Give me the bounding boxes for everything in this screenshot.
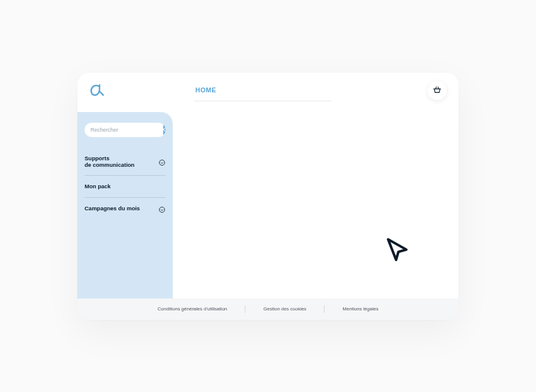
svg-point-1: [160, 207, 165, 212]
chevron-down-icon: [158, 205, 166, 212]
sidebar-item-monpack[interactable]: Mon pack: [85, 176, 166, 197]
tab-home[interactable]: HOME: [195, 86, 216, 97]
svg-point-0: [160, 160, 165, 165]
cursor-icon: [384, 236, 411, 266]
footer-link-terms[interactable]: Conditions générales d'utilisation: [158, 306, 228, 312]
header: HOME: [77, 73, 459, 106]
chevron-down-icon: [158, 158, 166, 165]
app-window: HOME OK Supports: [77, 73, 459, 320]
main-content: [173, 106, 459, 298]
sidebar-item-supports[interactable]: Supports de communication: [85, 148, 166, 176]
sidebar-item-label: Supports de communication: [85, 155, 135, 169]
cart-button[interactable]: [428, 81, 447, 100]
sidebar-item-label: Mon pack: [85, 183, 111, 189]
footer-separator: [324, 306, 325, 313]
sidebar: OK Supports de communication Mon pack: [77, 112, 173, 298]
tabs-bar: HOME: [195, 84, 428, 97]
search-submit-button[interactable]: OK: [163, 123, 166, 137]
sidebar-item-label: Campagnes du mois: [85, 205, 140, 211]
footer-link-cookies[interactable]: Gestion des cookies: [263, 306, 306, 312]
footer: Conditions générales d'utilisation Gesti…: [77, 298, 459, 320]
footer-separator: [245, 306, 245, 313]
sidebar-item-campagnes[interactable]: Campagnes du mois: [85, 198, 166, 219]
search-field[interactable]: OK: [85, 123, 166, 137]
search-input[interactable]: [85, 127, 163, 133]
basket-icon: [432, 85, 442, 97]
brand-logo-icon: [89, 84, 106, 97]
tab-underline: [194, 101, 331, 101]
body: OK Supports de communication Mon pack: [77, 106, 459, 298]
footer-link-legal[interactable]: Mentions légales: [342, 306, 378, 312]
